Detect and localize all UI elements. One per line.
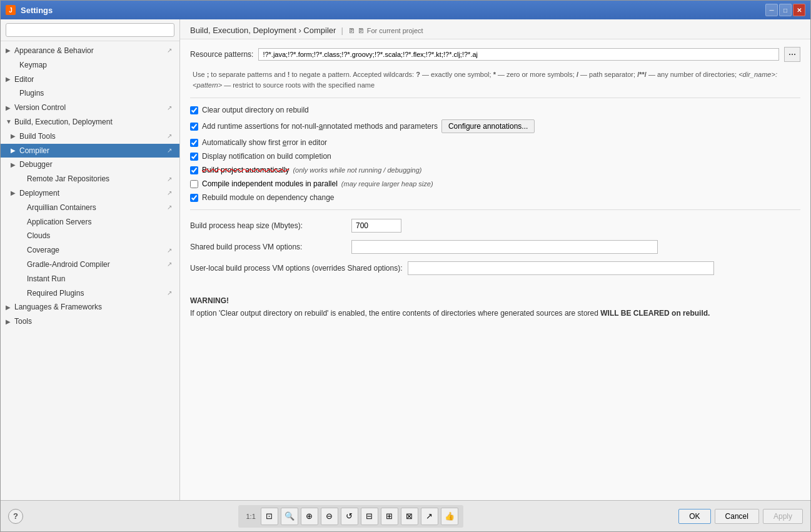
sidebar-item-instant-run[interactable]: Instant Run xyxy=(1,272,179,286)
toolbar-center: 1:1 ⊡ 🔍 ⊕ ⊖ ↺ ⊟ ⊞ ⊠ ↗ 👍 xyxy=(238,505,463,528)
heap-size-input[interactable] xyxy=(351,219,401,233)
user-local-vm-input[interactable] xyxy=(408,261,714,275)
compile-independent-row: Compile independent modules in parallel … xyxy=(190,177,800,191)
toolbar-icon-btn-5[interactable]: ↺ xyxy=(341,508,358,525)
rebuild-module-label[interactable]: Rebuild module on dependency change xyxy=(202,193,335,202)
sidebar-item-version-control[interactable]: ▶ Version Control ↗ xyxy=(1,101,179,115)
sidebar-item-build-exec-deploy[interactable]: ▼ Build, Execution, Deployment xyxy=(1,115,179,129)
compile-independent-checkbox[interactable] xyxy=(190,180,198,188)
ext-icon: ↗ xyxy=(164,132,174,141)
cancel-button[interactable]: Cancel xyxy=(715,509,759,524)
toolbar-icon-btn-2[interactable]: 🔍 xyxy=(281,508,298,525)
title-controls: ─ □ ✕ xyxy=(765,4,805,16)
sidebar-item-languages-frameworks[interactable]: ▶ Languages & Frameworks xyxy=(1,300,179,314)
clear-output-checkbox[interactable] xyxy=(190,106,198,114)
project-icon: 🖹 xyxy=(358,27,365,34)
rebuild-module-row: Rebuild module on dependency change xyxy=(190,191,800,204)
search-input[interactable] xyxy=(6,23,174,37)
bottom-toolbar: ? 1:1 ⊡ 🔍 ⊕ ⊖ ↺ ⊟ ⊞ ⊠ ↗ 👍 OK Cancel Appl… xyxy=(1,500,810,531)
toolbar-icon-btn-10[interactable]: 👍 xyxy=(441,508,458,525)
ext-icon: ↗ xyxy=(164,46,174,55)
toolbar-icon-btn-6[interactable]: ⊟ xyxy=(361,508,378,525)
apply-button[interactable]: Apply xyxy=(763,509,803,524)
build-project-auto-row: Build project automatically (only works … xyxy=(190,163,800,177)
sidebar-item-deployment[interactable]: ▶ Deployment ↗ xyxy=(1,186,179,201)
sidebar-item-app-servers[interactable]: Application Servers xyxy=(1,215,179,229)
toolbar-right: OK Cancel Apply xyxy=(678,509,803,524)
add-runtime-checkbox[interactable] xyxy=(190,123,198,131)
sidebar-item-compiler[interactable]: ▶ Compiler ↗ xyxy=(1,144,179,158)
sidebar-item-label: Clouds xyxy=(27,231,174,241)
main-panel: Build, Execution, Deployment › Compiler … xyxy=(180,19,810,500)
sidebar-item-keymap[interactable]: Keymap xyxy=(1,58,179,73)
toolbar-icon-btn-1[interactable]: ⊡ xyxy=(261,508,278,525)
ext-icon: ↗ xyxy=(164,289,174,298)
build-project-auto-note: (only works while not running / debuggin… xyxy=(293,166,421,174)
build-project-auto-checkbox[interactable] xyxy=(190,166,198,174)
zoom-label: 1:1 xyxy=(243,513,258,520)
separator-2 xyxy=(190,209,800,210)
shared-vm-input[interactable] xyxy=(351,240,658,254)
resource-browse-button[interactable]: ⋯ xyxy=(784,47,800,62)
resource-patterns-label: Resource patterns: xyxy=(190,50,253,59)
add-runtime-label[interactable]: Add runtime assertions for not-null-anno… xyxy=(202,122,438,131)
sidebar-item-plugins[interactable]: Plugins xyxy=(1,86,179,101)
sidebar-item-editor[interactable]: ▶ Editor xyxy=(1,73,179,87)
ext-icon: ↗ xyxy=(164,203,174,212)
compile-independent-note: (may require larger heap size) xyxy=(341,180,433,188)
heap-size-label: Build process heap size (Mbytes): xyxy=(190,221,346,230)
sidebar-item-coverage[interactable]: Coverage ↗ xyxy=(1,243,179,258)
sidebar-item-label: Required Plugins xyxy=(27,288,164,299)
sidebar-item-label: Plugins xyxy=(19,88,174,99)
sidebar-item-debugger[interactable]: ▶ Debugger xyxy=(1,158,179,172)
toolbar-icon-btn-8[interactable]: ⊠ xyxy=(401,508,418,525)
display-notification-label[interactable]: Display notification on build completion xyxy=(202,152,331,161)
toolbar-icon-btn-9[interactable]: ↗ xyxy=(421,508,438,525)
sidebar-item-appearance[interactable]: ▶ Appearance & Behavior ↗ xyxy=(1,44,179,58)
ok-button[interactable]: OK xyxy=(678,509,710,524)
title-bar-left: J Settings xyxy=(6,5,53,15)
warning-section: WARNING! If option 'Clear output directo… xyxy=(190,291,800,324)
sidebar-item-tools[interactable]: ▶ Tools xyxy=(1,314,179,329)
toolbar-icon-btn-4[interactable]: ⊖ xyxy=(321,508,338,525)
arrow-icon: ▶ xyxy=(11,132,19,141)
minimize-button[interactable]: ─ xyxy=(765,4,778,16)
separator xyxy=(190,98,800,98)
configure-annotations-button[interactable]: Configure annotations... xyxy=(441,119,535,133)
sidebar-item-clouds[interactable]: Clouds xyxy=(1,229,179,243)
sidebar-item-label: Languages & Frameworks xyxy=(14,302,174,313)
help-text: Use ; to separate patterns and ! to nega… xyxy=(190,69,800,90)
build-project-auto-label[interactable]: Build project automatically xyxy=(202,166,289,174)
sidebar-item-gradle-android[interactable]: Gradle-Android Compiler ↗ xyxy=(1,258,179,272)
auto-show-error-label[interactable]: Automatically show first error in editor xyxy=(202,138,327,147)
sidebar-item-label: Tools xyxy=(14,316,174,327)
sidebar-item-remote-jar[interactable]: Remote Jar Repositories ↗ xyxy=(1,172,179,186)
arrow-icon: ▶ xyxy=(6,75,14,84)
maximize-button[interactable]: □ xyxy=(779,4,792,16)
breadcrumb-text: Build, Execution, Deployment › Compiler xyxy=(190,26,336,35)
compiler-settings-content: Resource patterns: ⋯ Use ; to separate p… xyxy=(180,39,810,500)
sidebar-item-label: Editor xyxy=(14,74,174,85)
help-button[interactable]: ? xyxy=(8,509,23,524)
close-button[interactable]: ✕ xyxy=(793,4,805,16)
toolbar-icon-btn-7[interactable]: ⊞ xyxy=(381,508,398,525)
toolbar-icon-btn-3[interactable]: ⊕ xyxy=(301,508,318,525)
rebuild-module-checkbox[interactable] xyxy=(190,194,198,202)
sidebar-item-required-plugins[interactable]: Required Plugins ↗ xyxy=(1,286,179,301)
auto-show-error-checkbox[interactable] xyxy=(190,139,198,147)
sidebar-item-label: Instant Run xyxy=(27,274,174,284)
sidebar-item-build-tools[interactable]: ▶ Build Tools ↗ xyxy=(1,129,179,144)
heap-size-row: Build process heap size (Mbytes): xyxy=(190,215,800,236)
clear-output-label[interactable]: Clear output directory on rebuild xyxy=(202,106,309,114)
ext-icon: ↗ xyxy=(164,175,174,184)
sidebar-item-arquillian[interactable]: Arquillian Containers ↗ xyxy=(1,201,179,215)
compile-independent-label[interactable]: Compile independent modules in parallel xyxy=(202,179,338,188)
ext-icon: ↗ xyxy=(164,189,174,198)
display-notification-checkbox[interactable] xyxy=(190,153,198,161)
user-local-vm-label: User-local build process VM options (ove… xyxy=(190,264,403,273)
resource-patterns-row: Resource patterns: ⋯ xyxy=(190,47,800,62)
resource-patterns-input[interactable] xyxy=(258,48,779,61)
arrow-icon: ▶ xyxy=(6,104,14,113)
settings-tree: ▶ Appearance & Behavior ↗ Keymap ▶ Edito… xyxy=(1,41,179,500)
breadcrumb: Build, Execution, Deployment › Compiler … xyxy=(190,26,800,35)
